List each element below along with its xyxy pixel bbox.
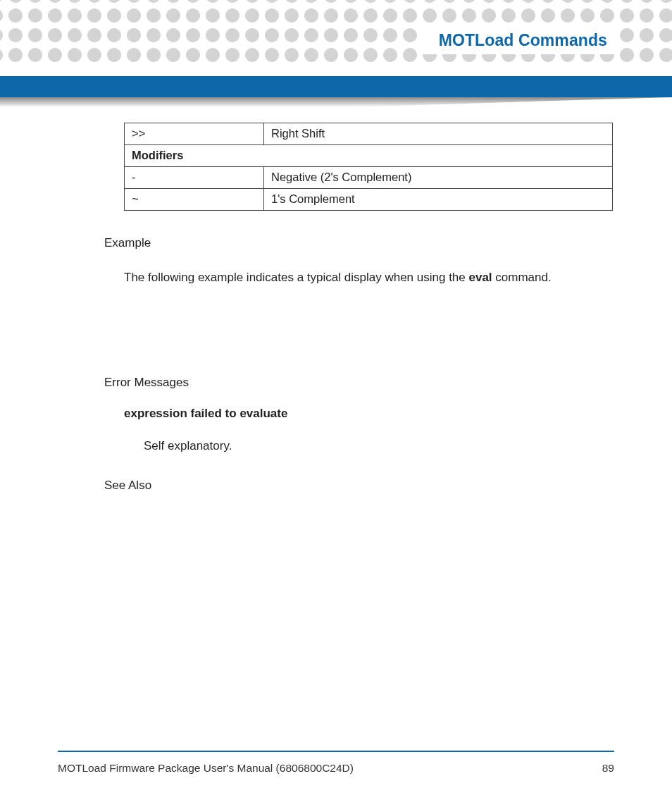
- operators-table: >> Right Shift Modifiers - Negative (2's…: [124, 123, 613, 211]
- header-blue-bar: [0, 76, 672, 97]
- example-cmd-name: eval: [469, 271, 492, 284]
- op-symbol: ~: [125, 189, 264, 211]
- table-row: >> Right Shift: [125, 123, 613, 145]
- see-also-heading: See Also: [104, 479, 611, 493]
- example-heading: Example: [104, 236, 611, 250]
- op-symbol: -: [125, 167, 264, 189]
- example-text-pre: The following example indicates a typica…: [124, 271, 469, 284]
- table-row: ~ 1's Complement: [125, 189, 613, 211]
- error-message-name: expression failed to evaluate: [124, 407, 611, 421]
- example-text: The following example indicates a typica…: [124, 270, 611, 285]
- table-row: Modifiers: [125, 145, 613, 167]
- op-desc: Negative (2's Complement): [264, 167, 613, 189]
- table-row: - Negative (2's Complement): [125, 167, 613, 189]
- op-desc: 1's Complement: [264, 189, 613, 211]
- example-text-post: command.: [492, 271, 552, 284]
- page-footer: MOTLoad Firmware Package User's Manual (…: [58, 762, 614, 775]
- error-message-body: Self explanatory.: [144, 439, 611, 453]
- op-symbol: >>: [125, 123, 264, 145]
- op-desc: Right Shift: [264, 123, 613, 145]
- footer-manual-title: MOTLoad Firmware Package User's Manual (…: [58, 762, 354, 774]
- header-shadow: [0, 97, 672, 107]
- page-number: 89: [602, 762, 614, 775]
- table-section-header: Modifiers: [125, 145, 613, 167]
- page-header-title: MOTLoad Commands: [422, 28, 614, 54]
- footer-rule: [58, 751, 614, 752]
- error-messages-heading: Error Messages: [104, 376, 611, 390]
- page-content: >> Right Shift Modifiers - Negative (2's…: [104, 123, 611, 493]
